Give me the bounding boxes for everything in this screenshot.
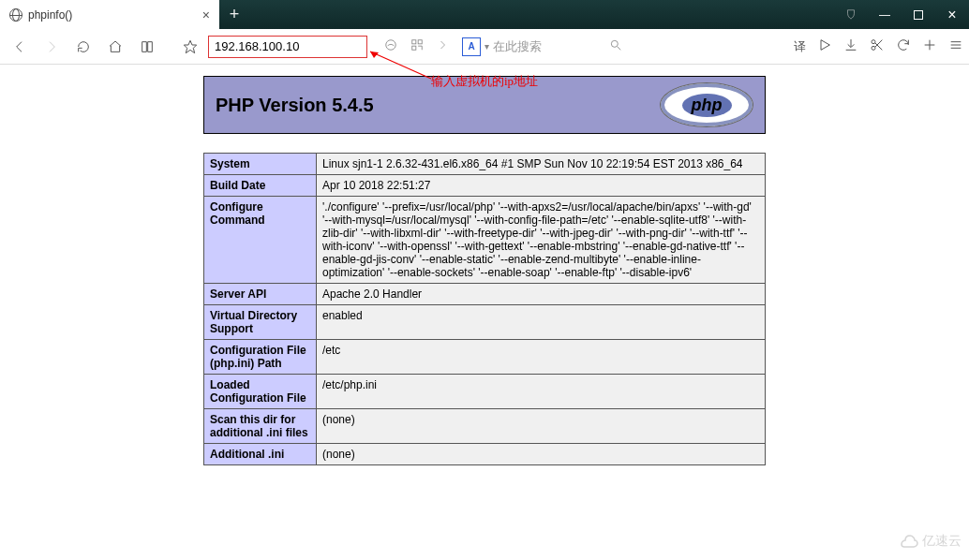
svg-rect-3 — [418, 40, 422, 44]
svg-rect-4 — [412, 46, 416, 50]
home-button[interactable] — [101, 33, 129, 61]
row-value: Apache 2.0 Handler — [317, 284, 766, 305]
row-key: System — [204, 154, 317, 175]
toolbar-right: 译 — [794, 37, 963, 55]
row-value: /etc/php.ini — [317, 375, 766, 409]
reader-button[interactable] — [133, 33, 161, 61]
watermark: 亿速云 — [896, 530, 962, 553]
phpinfo-header: PHP Version 5.4.5 php — [203, 76, 766, 134]
browser-tab[interactable]: phpinfo() × — [0, 0, 219, 29]
row-key: Configuration File (php.ini) Path — [204, 340, 317, 375]
table-row: Build DateApr 10 2018 22:51:27 — [204, 175, 766, 197]
svg-point-9 — [872, 40, 875, 44]
compat-icon[interactable] — [384, 38, 397, 54]
window-controls: — × — [834, 0, 969, 29]
browser-toolbar: A ▾ 在此搜索 译 — [0, 29, 969, 65]
svg-point-5 — [611, 40, 618, 47]
row-key: Virtual Directory Support — [204, 305, 317, 340]
row-value: './configure' '--prefix=/usr/local/php' … — [317, 197, 766, 284]
table-row: Virtual Directory Supportenabled — [204, 305, 766, 340]
address-bar[interactable] — [208, 36, 367, 58]
search-engine-select[interactable]: A — [462, 37, 481, 56]
row-value: Linux sjn1-1 2.6.32-431.el6.x86_64 #1 SM… — [317, 154, 766, 175]
qr-icon[interactable] — [410, 38, 424, 54]
table-row: SystemLinux sjn1-1 2.6.32-431.el6.x86_64… — [204, 154, 766, 175]
undo-icon[interactable] — [896, 37, 911, 55]
close-tab-icon[interactable]: × — [202, 7, 210, 22]
row-value: /etc — [317, 340, 766, 375]
svg-marker-7 — [821, 40, 829, 51]
menu-icon[interactable] — [948, 37, 963, 55]
scissors-icon[interactable] — [870, 37, 885, 55]
minimize-button[interactable]: — — [868, 0, 902, 29]
row-value: enabled — [317, 305, 766, 340]
row-key: Build Date — [204, 175, 317, 197]
svg-rect-2 — [412, 40, 416, 44]
search-icon[interactable] — [609, 38, 622, 54]
search-box[interactable]: A ▾ 在此搜索 — [461, 36, 623, 58]
table-row: Server APIApache 2.0 Handler — [204, 284, 766, 305]
svg-line-11 — [875, 43, 882, 50]
back-button[interactable] — [6, 33, 34, 61]
svg-line-6 — [618, 47, 621, 51]
tab-title: phpinfo() — [28, 8, 197, 22]
row-key: Additional .ini — [204, 444, 317, 465]
reload-button[interactable] — [69, 33, 97, 61]
php-logo: php — [660, 82, 753, 127]
row-value: (none) — [317, 444, 766, 465]
row-key: Configure Command — [204, 197, 317, 284]
maximize-button[interactable] — [902, 0, 935, 29]
table-row: Configure Command'./configure' '--prefix… — [204, 197, 766, 284]
svg-point-10 — [872, 46, 875, 50]
svg-marker-0 — [184, 40, 196, 52]
phpinfo-table: SystemLinux sjn1-1 2.6.32-431.el6.x86_64… — [203, 153, 766, 465]
row-key: Scan this dir for additional .ini files — [204, 409, 317, 444]
page-content: PHP Version 5.4.5 php SystemLinux sjn1-1… — [0, 65, 969, 465]
pin-icon[interactable] — [834, 0, 868, 29]
tab-bar: phpinfo() × + — × — [0, 0, 969, 29]
svg-line-12 — [875, 40, 882, 47]
row-value: (none) — [317, 409, 766, 444]
forward-button[interactable] — [37, 33, 66, 61]
row-value: Apr 10 2018 22:51:27 — [317, 175, 766, 197]
toolbar-mid-icons — [384, 38, 448, 54]
table-row: Configuration File (php.ini) Path/etc — [204, 340, 766, 375]
table-row: Loaded Configuration File/etc/php.ini — [204, 375, 766, 409]
svg-point-1 — [386, 40, 396, 51]
php-version-title: PHP Version 5.4.5 — [216, 95, 374, 116]
globe-icon — [9, 8, 22, 22]
chevron-right-icon[interactable] — [437, 39, 448, 53]
download-icon[interactable] — [843, 37, 858, 55]
favorite-icon[interactable] — [176, 33, 204, 61]
row-key: Server API — [204, 284, 317, 305]
play-icon[interactable] — [817, 37, 832, 55]
row-key: Loaded Configuration File — [204, 375, 317, 409]
new-tab-button[interactable]: + — [219, 0, 249, 29]
table-row: Scan this dir for additional .ini files(… — [204, 409, 766, 444]
table-row: Additional .ini(none) — [204, 444, 766, 465]
translate-button[interactable]: 译 — [794, 38, 806, 55]
chevron-down-icon[interactable]: ▾ — [484, 41, 489, 52]
search-placeholder: 在此搜索 — [493, 38, 605, 55]
add-icon[interactable] — [922, 37, 937, 55]
close-window-button[interactable]: × — [935, 0, 969, 29]
